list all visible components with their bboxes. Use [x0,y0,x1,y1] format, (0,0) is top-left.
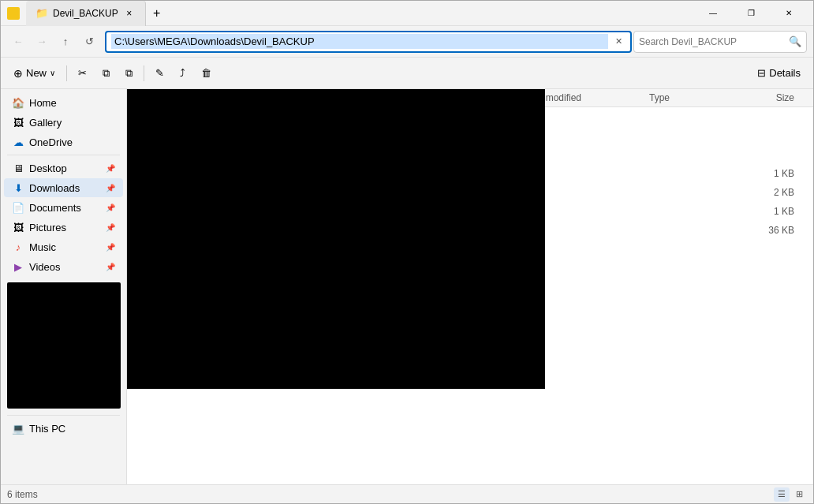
downloads-pin-icon: 📌 [106,184,115,192]
window: 📁 Devil_BACKUP × + — ❐ ✕ ← → ↑ ↺ C:\User… [0,0,814,504]
search-icon: 🔍 [789,35,801,47]
item-count: 6 items [7,489,38,500]
sidebar-item-desktop[interactable]: 🖥 Desktop 📌 [4,159,123,177]
address-text: C:\Users\MEGA\Downloads\Devil_BACKUP [111,34,608,49]
file-size: 1 KB [744,168,807,179]
sidebar-divider-2 [7,415,120,416]
media-overlay [127,89,545,389]
forward-icon: → [37,35,47,47]
sidebar-item-videos[interactable]: ▶ Videos 📌 [4,257,123,276]
details-view-button[interactable]: ☰ [774,487,790,502]
tab-title: Devil_BACKUP [53,8,118,19]
search-bar: 🔍 [633,31,807,53]
navigation-toolbar: ← → ↑ ↺ C:\Users\MEGA\Downloads\Devil_BA… [1,26,813,58]
details-button[interactable]: ⊟ Details [751,64,807,82]
sidebar-label-this-pc: This PC [29,423,65,435]
command-bar: ⊕ New ∨ ✂ ⧉ ⧉ ✎ ⤴ 🗑 ⊟ Details [1,58,813,89]
new-button[interactable]: ⊕ New ∨ [7,64,62,83]
pictures-pin-icon: 📌 [106,223,115,232]
back-icon: ← [13,35,24,47]
search-input[interactable] [639,36,786,47]
copy-icon: ⧉ [103,67,110,80]
status-bar: 6 items ☰ ⊞ [1,484,813,503]
share-icon: ⤴ [180,67,185,79]
up-button[interactable]: ↑ [54,31,77,53]
sidebar-item-downloads[interactable]: ⬇ Downloads 📌 [4,178,123,197]
share-button[interactable]: ⤴ [174,64,192,82]
sidebar-item-gallery[interactable]: 🖼 Gallery [4,113,123,132]
documents-pin-icon: 📌 [106,203,115,212]
sidebar-label-downloads: Downloads [29,182,80,194]
cut-icon: ✂ [78,67,87,79]
separator-1 [66,65,67,81]
sidebar-label-onedrive: OneDrive [29,136,73,148]
title-bar: 📁 Devil_BACKUP × + — ❐ ✕ [1,1,813,26]
videos-icon: ▶ [12,260,24,273]
new-icon: ⊕ [13,67,23,80]
details-label: Details [769,67,801,79]
separator-2 [144,65,144,81]
sidebar-label-music: Music [29,241,56,253]
up-icon: ↑ [63,35,69,47]
rename-button[interactable]: ✎ [149,64,170,82]
header-size[interactable]: Size [744,92,807,103]
pictures-icon: 🖼 [12,221,24,233]
maximize-button[interactable]: ❐ [733,1,769,26]
sidebar-divider-1 [7,155,120,155]
sidebar-label-documents: Documents [29,202,81,214]
paste-button[interactable]: ⧉ [119,64,139,83]
new-tab-button[interactable]: + [146,2,168,24]
view-buttons: ☰ ⊞ [774,487,807,502]
paste-icon: ⧉ [125,67,133,80]
delete-button[interactable]: 🗑 [195,64,218,82]
copy-button[interactable]: ⧉ [96,64,116,83]
sidebar-item-onedrive[interactable]: ☁ OneDrive [4,133,123,151]
file-size: 2 KB [744,187,807,198]
documents-icon: 📄 [12,201,24,214]
back-button[interactable]: ← [7,31,29,53]
sidebar-item-documents[interactable]: 📄 Documents 📌 [4,198,123,217]
details-view-icon: ☰ [778,489,786,499]
sidebar-label-desktop: Desktop [29,162,67,174]
delete-icon: 🗑 [201,67,211,79]
gallery-icon: 🖼 [12,116,24,129]
close-button[interactable]: ✕ [771,1,807,26]
sidebar: 🏠 Home 🖼 Gallery ☁ OneDrive 🖥 Desktop 📌 … [1,89,127,484]
sidebar-item-pictures[interactable]: 🖼 Pictures 📌 [4,218,123,237]
sidebar-label-pictures: Pictures [29,222,66,233]
sidebar-item-home[interactable]: 🏠 Home [4,93,123,112]
videos-pin-icon: 📌 [106,263,115,271]
downloads-icon: ⬇ [12,181,24,194]
desktop-icon: 🖥 [12,162,24,174]
header-type[interactable]: Type [649,92,744,103]
forward-button[interactable]: → [31,31,53,53]
file-size: 1 KB [744,206,807,217]
address-clear-button[interactable]: ✕ [611,35,625,49]
onedrive-icon: ☁ [12,136,24,148]
desktop-pin-icon: 📌 [106,164,115,173]
sidebar-item-this-pc[interactable]: 💻 This PC [4,419,123,438]
new-chevron-icon: ∨ [50,69,55,77]
tab-close-button[interactable]: × [123,7,136,20]
window-controls: — ❐ ✕ [695,1,807,26]
window-tab[interactable]: 📁 Devil_BACKUP × [26,1,146,26]
home-icon: 🏠 [12,96,24,109]
grid-view-button[interactable]: ⊞ [791,487,807,502]
grid-view-icon: ⊞ [796,489,803,499]
refresh-button[interactable]: ↺ [78,31,100,53]
new-label: New [26,67,47,79]
window-icon [7,7,20,20]
address-bar[interactable]: C:\Users\MEGA\Downloads\Devil_BACKUP ✕ [105,31,632,53]
music-icon: ♪ [12,241,24,253]
sidebar-label-gallery: Gallery [29,117,62,129]
tab-folder-icon: 📁 [35,7,48,19]
file-area: Name Date modified Type Size 📁 r 📁 t [127,89,813,484]
minimize-button[interactable]: — [695,1,731,26]
sidebar-label-home: Home [29,97,57,109]
refresh-icon: ↺ [85,35,94,47]
cut-button[interactable]: ✂ [72,64,93,82]
sidebar-item-music[interactable]: ♪ Music 📌 [4,237,123,256]
main-area: 🏠 Home 🖼 Gallery ☁ OneDrive 🖥 Desktop 📌 … [1,89,813,484]
sidebar-thumbnail [7,282,121,409]
rename-icon: ✎ [155,67,164,79]
